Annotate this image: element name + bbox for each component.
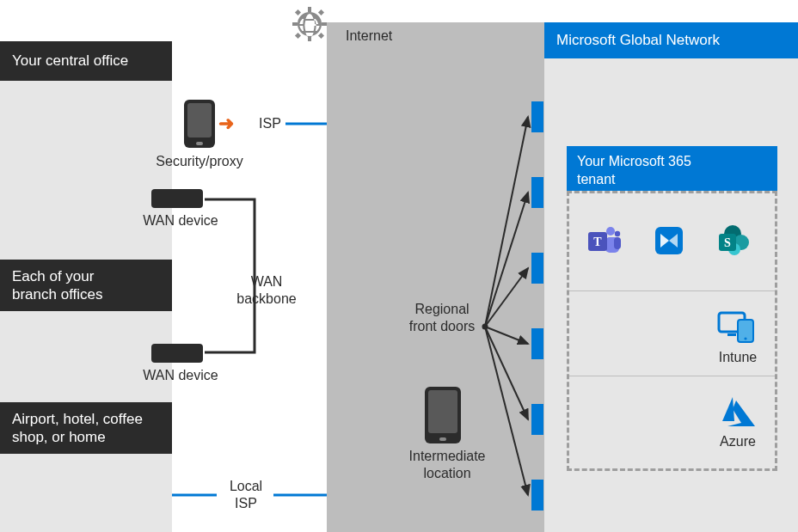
tenant-divider-2	[569, 376, 775, 376]
teams-icon: T	[585, 222, 623, 263]
wan-device-bottom-icon	[151, 344, 203, 363]
svg-rect-12	[614, 237, 621, 249]
svg-rect-1	[292, 22, 298, 26]
sharepoint-icon: S	[715, 222, 753, 263]
wan-device-top-icon	[151, 189, 203, 208]
svg-point-24	[744, 337, 746, 339]
azure-label: Azure	[712, 433, 764, 450]
egress-arrow-icon: ➜	[218, 113, 234, 135]
tenant-divider-1	[569, 290, 775, 291]
microsoft-network-header: Microsoft Global Network	[544, 22, 798, 58]
isp-label: ISP	[253, 115, 287, 132]
branch-offices-header-text: Each of your branch offices	[12, 267, 103, 304]
front-door-2	[531, 177, 543, 208]
microsoft-network-header-text: Microsoft Global Network	[556, 32, 720, 49]
intune-icon	[717, 309, 758, 347]
wan-backbone-label: WAN backbone	[232, 273, 301, 308]
wan-device-bottom-label: WAN device	[138, 367, 224, 384]
svg-rect-6	[318, 9, 324, 15]
intermediate-device-icon	[425, 387, 461, 443]
tenant-header-text: Your Microsoft 365 tenant	[577, 154, 691, 187]
svg-rect-8	[318, 33, 324, 39]
intune-label: Intune	[712, 349, 764, 366]
branch-offices-header: Each of your branch offices	[0, 260, 172, 311]
front-door-1	[531, 101, 543, 132]
front-door-4	[531, 328, 543, 359]
svg-rect-5	[295, 9, 301, 15]
remote-locations-header: Airport, hotel, coffee shop, or home	[0, 402, 172, 454]
intermediate-location-label: Intermediate location	[400, 448, 494, 482]
exchange-icon	[650, 222, 688, 263]
svg-rect-3	[308, 7, 311, 12]
svg-point-10	[615, 231, 620, 236]
svg-rect-7	[295, 33, 301, 39]
svg-point-9	[606, 227, 615, 235]
svg-text:T: T	[593, 235, 602, 248]
wan-device-top-label: WAN device	[138, 212, 224, 229]
svg-rect-4	[308, 36, 311, 41]
azure-icon	[719, 395, 758, 433]
security-proxy-device-icon	[184, 100, 215, 148]
front-door-3	[531, 253, 543, 284]
central-office-header: Your central office	[0, 41, 172, 81]
tenant-header: Your Microsoft 365 tenant	[567, 146, 777, 196]
globe-icon	[291, 5, 328, 46]
svg-text:S: S	[724, 236, 731, 249]
svg-rect-22	[727, 333, 736, 336]
svg-rect-2	[322, 22, 327, 26]
security-proxy-label: Security/proxy	[139, 153, 260, 170]
internet-column-label: Internet	[346, 28, 392, 45]
remote-locations-text: Airport, hotel, coffee shop, or home	[12, 410, 143, 447]
front-door-6	[531, 480, 543, 511]
front-door-5	[531, 404, 543, 435]
local-isp-label: Local ISP	[220, 478, 272, 512]
regional-front-doors-label: Regional front doors	[399, 301, 485, 335]
central-office-header-text: Your central office	[12, 52, 128, 70]
